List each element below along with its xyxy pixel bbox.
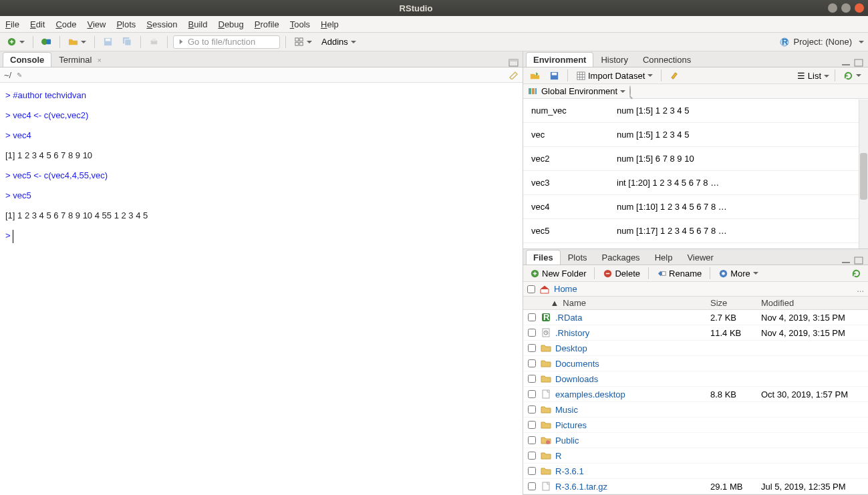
close-icon[interactable]: × — [97, 56, 101, 64]
file-row[interactable]: R-3.6.1 — [523, 464, 868, 479]
file-name-link[interactable]: R — [555, 451, 561, 461]
tab-terminal[interactable]: Terminal× — [51, 52, 109, 67]
env-scrollbar[interactable] — [859, 100, 868, 249]
pane-maximize-icon[interactable] — [854, 59, 864, 67]
print-button[interactable] — [146, 35, 162, 49]
file-name-link[interactable]: Desktop — [555, 343, 587, 353]
file-checkbox[interactable] — [528, 329, 536, 337]
file-row[interactable]: R — [523, 448, 868, 464]
tab-connections[interactable]: Connections — [635, 52, 698, 67]
file-checkbox[interactable] — [528, 390, 536, 398]
file-name-link[interactable]: Public — [555, 436, 579, 446]
menu-session[interactable]: Session — [146, 19, 177, 29]
menu-build[interactable]: Build — [188, 19, 208, 29]
window-minimize[interactable] — [828, 3, 837, 13]
clear-console-icon[interactable] — [509, 71, 519, 79]
window-maximize[interactable] — [841, 3, 851, 13]
env-view-list[interactable]: ☰ List — [797, 71, 829, 81]
files-path-more-icon[interactable]: ... — [857, 284, 864, 294]
env-variable-row[interactable]: vec3int [1:20] 1 2 3 4 5 6 7 8 … — [523, 171, 868, 195]
menu-help[interactable]: Help — [321, 19, 339, 29]
console-path-expand-icon[interactable]: ✎ — [17, 71, 22, 79]
env-variable-row[interactable]: vec4num [1:10] 1 2 3 4 5 6 7 8 … — [523, 195, 868, 219]
tab-viewer[interactable]: Viewer — [680, 250, 721, 265]
file-row[interactable]: Pictures — [523, 418, 868, 433]
rename-button[interactable]: Rename — [654, 267, 704, 280]
tab-console[interactable]: Console — [3, 52, 51, 67]
file-checkbox[interactable] — [528, 436, 536, 444]
pane-maximize-icon[interactable] — [854, 257, 864, 265]
tab-files[interactable]: Files — [526, 250, 561, 265]
pane-window-icon[interactable] — [509, 59, 519, 67]
window-close[interactable] — [855, 3, 864, 13]
env-variable-row[interactable]: vecnum [1:5] 1 2 3 4 5 — [523, 123, 868, 147]
tab-plots[interactable]: Plots — [561, 250, 595, 265]
file-name-link[interactable]: Downloads — [555, 374, 598, 384]
save-button[interactable] — [100, 35, 116, 49]
file-row[interactable]: Music — [523, 402, 868, 418]
file-name-link[interactable]: Music — [555, 405, 578, 415]
delete-button[interactable]: Delete — [600, 267, 643, 280]
menu-file[interactable]: File — [5, 19, 19, 29]
file-row[interactable]: Downloads — [523, 371, 868, 387]
files-listing[interactable]: R.RData2.7 KBNov 4, 2019, 3:15 PM.Rhisto… — [523, 310, 868, 494]
menu-debug[interactable]: Debug — [219, 19, 244, 29]
file-name-link[interactable]: R-3.6.1 — [555, 466, 584, 476]
breadcrumb-home[interactable]: Home — [554, 284, 577, 294]
open-file-button[interactable] — [65, 35, 89, 49]
grid-button[interactable] — [291, 35, 315, 49]
clear-env-icon[interactable] — [667, 69, 682, 82]
tab-packages[interactable]: Packages — [595, 250, 647, 265]
file-row[interactable]: Desktop — [523, 341, 868, 356]
file-checkbox[interactable] — [528, 313, 536, 321]
menu-edit[interactable]: Edit — [30, 19, 45, 29]
file-checkbox[interactable] — [528, 375, 536, 383]
file-checkbox[interactable] — [528, 421, 536, 429]
save-all-button[interactable] — [120, 35, 135, 49]
project-selector[interactable]: R Project: (None) — [779, 37, 864, 47]
more-button[interactable]: More — [716, 267, 761, 280]
refresh-env-icon[interactable] — [841, 69, 864, 82]
menu-view[interactable]: View — [87, 19, 106, 29]
pane-minimize-icon[interactable] — [841, 59, 851, 67]
env-variable-row[interactable]: num_vecnum [1:5] 1 2 3 4 5 — [523, 99, 868, 123]
new-folder-button[interactable]: New Folder — [527, 267, 589, 280]
new-file-button[interactable] — [4, 35, 27, 49]
refresh-files-icon[interactable] — [849, 267, 864, 280]
load-workspace-icon[interactable] — [527, 69, 543, 82]
col-size[interactable]: Size — [710, 298, 761, 308]
tab-history[interactable]: History — [593, 52, 635, 67]
file-row[interactable]: Public — [523, 433, 868, 448]
col-name[interactable]: ▲ Name — [541, 298, 710, 308]
addins-button[interactable]: Addins — [319, 35, 359, 49]
save-workspace-icon[interactable] — [547, 69, 562, 82]
file-name-link[interactable]: .RData — [555, 313, 582, 323]
file-name-link[interactable]: examples.desktop — [555, 389, 625, 399]
menu-plots[interactable]: Plots — [116, 19, 136, 29]
env-variable-row[interactable]: vec2num [1:5] 6 7 8 9 10 — [523, 147, 868, 171]
goto-file-input[interactable]: Go to file/function — [173, 35, 280, 49]
tab-environment[interactable]: Environment — [526, 52, 593, 67]
file-row[interactable]: examples.desktop8.8 KBOct 30, 2019, 1:57… — [523, 387, 868, 402]
files-select-all[interactable] — [527, 285, 535, 293]
file-name-link[interactable]: .Rhistory — [555, 328, 589, 338]
file-checkbox[interactable] — [528, 467, 536, 475]
file-checkbox[interactable] — [528, 482, 536, 490]
file-row[interactable]: R-3.6.1.tar.gz29.1 MBJul 5, 2019, 12:35 … — [523, 479, 868, 494]
file-name-link[interactable]: R-3.6.1.tar.gz — [555, 482, 607, 492]
tab-help[interactable]: Help — [647, 250, 680, 265]
pane-minimize-icon[interactable] — [841, 257, 851, 265]
menu-profile[interactable]: Profile — [255, 19, 279, 29]
col-modified[interactable]: Modified — [761, 298, 868, 308]
menu-code[interactable]: Code — [55, 19, 76, 29]
file-name-link[interactable]: Pictures — [555, 420, 587, 430]
env-search-input[interactable] — [629, 86, 631, 96]
new-project-button[interactable] — [39, 35, 54, 49]
import-dataset-button[interactable]: Import Dataset — [573, 69, 656, 82]
file-checkbox[interactable] — [528, 359, 536, 367]
env-variable-list[interactable]: num_vecnum [1:5] 1 2 3 4 5vecnum [1:5] 1… — [523, 99, 868, 249]
file-checkbox[interactable] — [528, 405, 536, 414]
file-checkbox[interactable] — [528, 452, 536, 460]
env-scope-selector[interactable]: Global Environment — [541, 86, 625, 96]
env-variable-row[interactable]: vec5num [1:17] 1 2 3 4 5 6 7 8 … — [523, 219, 868, 243]
